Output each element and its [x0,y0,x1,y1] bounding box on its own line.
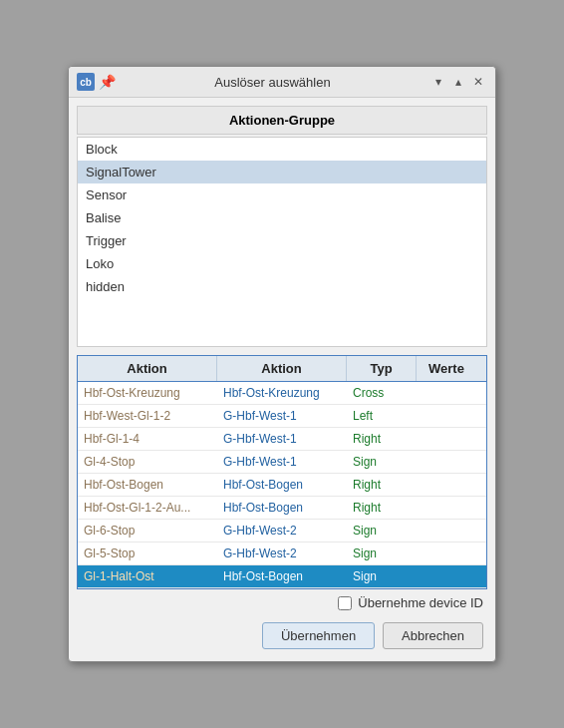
cell-werte [417,451,476,473]
cell-typ: Right [347,474,417,496]
table-header: Aktion Aktion Typ Werte [78,356,486,382]
cell-aktion1: Gl-5-Stop [78,543,217,564]
cell-typ: Right [347,497,417,519]
group-list: Block SignalTower Sensor Balise Trigger … [77,137,487,347]
cell-aktion2: G-Hbf-West-2 [217,520,347,542]
app-logo: cb [77,73,95,91]
table-row[interactable]: Hbf-Ost-BogenHbf-Ost-BogenRight [78,474,486,497]
group-table-header: Aktionen-Gruppe [77,106,487,135]
group-item-balise[interactable]: Balise [78,206,486,229]
col-werte: Werte [417,356,476,381]
cell-aktion1: Gl-6-Stop [78,520,217,542]
group-item-hidden[interactable]: hidden [78,275,486,298]
cell-typ: Sign [347,565,417,587]
table-row[interactable]: Gl-1-Halt-OstHbf-Ost-BogenSign [78,565,486,588]
cell-aktion1: Hbf-Ost-Gl-1-2-Au... [78,497,217,519]
group-item-block[interactable]: Block [78,138,486,161]
device-id-checkbox[interactable] [338,596,352,610]
table-row[interactable]: Hbf-Ost-Gl-1-2-Au...Hbf-Ost-BogenRight [78,497,486,520]
table-row[interactable]: Hbf-Gl-1-4G-Hbf-West-1Right [78,428,486,451]
cell-werte [417,565,476,587]
close-button[interactable]: ✕ [469,73,487,91]
device-id-checkbox-row: Übernehme device ID [77,595,487,610]
cell-aktion2: Hbf-Ost-Bogen [217,497,347,519]
col-typ: Typ [347,356,417,381]
cell-typ: Sign [347,451,417,473]
col-aktion2: Aktion [217,356,347,381]
button-row: Übernehmen Abbrechen [77,618,487,653]
table-row[interactable]: Gl-6-StopG-Hbf-West-2Sign [78,520,486,543]
col-aktion1: Aktion [78,356,217,381]
restore-button[interactable]: ▴ [449,73,467,91]
cell-aktion1: Gl-1-Halt-Ost [78,565,217,587]
table-row[interactable]: Hbf-West-Gl-1-2G-Hbf-West-1Left [78,405,486,428]
dialog-window: cb 📌 Auslöser auswählen ▾ ▴ ✕ Aktionen-G… [68,66,496,662]
cell-typ: Cross [347,382,417,404]
cell-aktion2: G-Hbf-West-1 [217,451,347,473]
cell-werte [417,405,476,427]
table-body: Hbf-Ost-KreuzungHbf-Ost-KreuzungCrossHbf… [78,382,486,588]
window-body: Aktionen-Gruppe Block SignalTower Sensor… [69,98,495,661]
titlebar-icons: cb 📌 [77,73,116,91]
cell-typ: Sign [347,520,417,542]
accept-button[interactable]: Übernehmen [262,622,375,649]
cell-werte [417,382,476,404]
cell-aktion2: G-Hbf-West-1 [217,428,347,450]
cell-aktion2: Hbf-Ost-Bogen [217,565,347,587]
cell-aktion2: Hbf-Ost-Bogen [217,474,347,496]
cell-werte [417,474,476,496]
table-row[interactable]: Gl-5-StopG-Hbf-West-2Sign [78,543,486,565]
cell-aktion1: Hbf-Ost-Bogen [78,474,217,496]
group-item-trigger[interactable]: Trigger [78,229,486,252]
window-controls: ▾ ▴ ✕ [429,73,487,91]
cell-werte [417,497,476,519]
cell-aktion1: Hbf-Ost-Kreuzung [78,382,217,404]
device-id-label: Übernehme device ID [358,595,483,610]
table-row[interactable]: Hbf-Ost-KreuzungHbf-Ost-KreuzungCross [78,382,486,405]
cell-aktion2: Hbf-Ost-Kreuzung [217,382,347,404]
cell-aktion2: G-Hbf-West-2 [217,543,347,564]
minimize-button[interactable]: ▾ [429,73,447,91]
group-list-spacer [78,298,486,346]
cell-typ: Sign [347,543,417,564]
table-row[interactable]: Gl-4-StopG-Hbf-West-1Sign [78,451,486,474]
cell-aktion2: G-Hbf-West-1 [217,405,347,427]
group-item-signaltower[interactable]: SignalTower [78,161,486,183]
cell-typ: Left [347,405,417,427]
pin-icon[interactable]: 📌 [99,74,116,90]
cell-werte [417,543,476,564]
titlebar: cb 📌 Auslöser auswählen ▾ ▴ ✕ [69,67,495,98]
group-item-sensor[interactable]: Sensor [78,183,486,206]
cell-aktion1: Gl-4-Stop [78,451,217,473]
action-table: Aktion Aktion Typ Werte Hbf-Ost-Kreuzung… [77,355,487,589]
cell-werte [417,520,476,542]
cell-werte [417,428,476,450]
cell-typ: Right [347,428,417,450]
cancel-button[interactable]: Abbrechen [383,622,483,649]
cell-aktion1: Hbf-Gl-1-4 [78,428,217,450]
window-title: Auslöser auswählen [116,75,429,90]
group-item-loko[interactable]: Loko [78,252,486,275]
cell-aktion1: Hbf-West-Gl-1-2 [78,405,217,427]
